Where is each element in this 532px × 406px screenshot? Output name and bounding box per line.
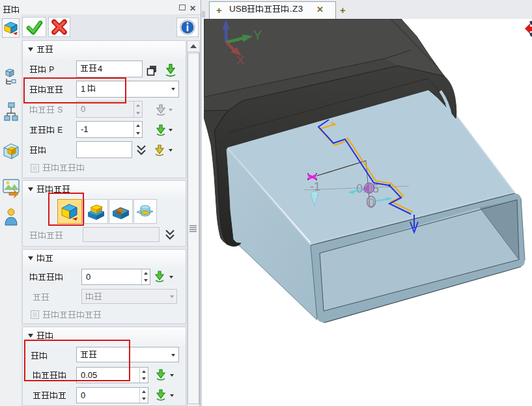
svg-text:X: X	[236, 53, 245, 67]
svg-text:Y: Y	[253, 28, 262, 42]
svg-text:-1: -1	[310, 180, 320, 193]
